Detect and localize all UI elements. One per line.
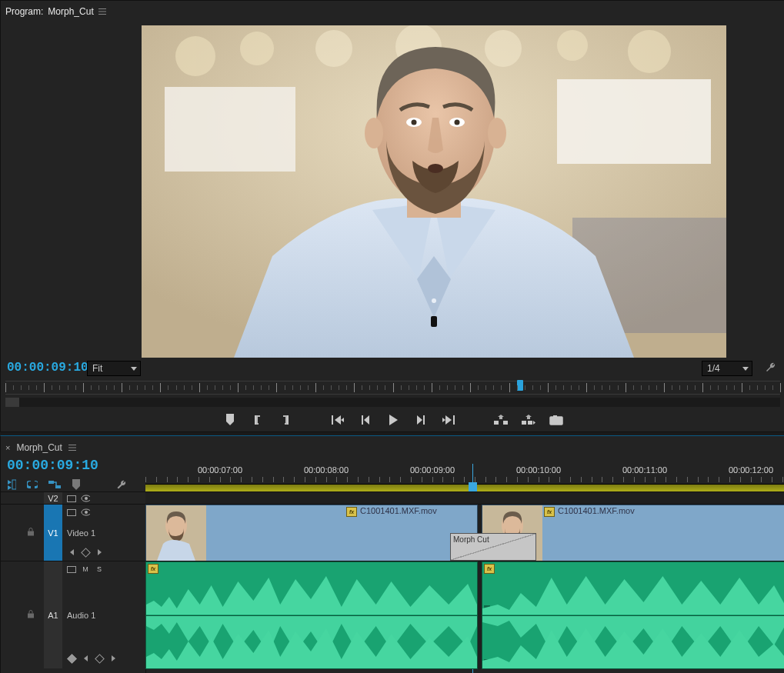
lane-v1[interactable]: fx C1001401.MXF.mov fx C1001401.MXF.mov …	[145, 504, 784, 561]
track-header-a1[interactable]: A1 Audio 1 M S	[1, 561, 145, 668]
lock-icon[interactable]	[27, 527, 35, 538]
linked-selection-icon[interactable]	[48, 479, 61, 490]
toggle-output-icon[interactable]	[81, 494, 90, 503]
ruler-label: 00:00:08:00	[304, 465, 349, 475]
step-back-button[interactable]	[359, 413, 372, 427]
sync-lock-icon[interactable]	[67, 565, 76, 574]
next-keyframe-icon[interactable]	[108, 654, 118, 663]
svg-rect-35	[12, 480, 16, 489]
video-clip[interactable]: fx C1001401.MXF.mov	[145, 505, 478, 561]
program-time-ruler[interactable]	[5, 381, 780, 395]
mark-out-button[interactable]	[279, 413, 292, 427]
track-tag-v2[interactable]: V2	[44, 492, 62, 504]
transition-morph-cut[interactable]: Morph Cut	[450, 533, 536, 561]
timeline-ruler[interactable]: 00:00:07:00 00:00:08:00 00:00:09:00 00:0…	[145, 465, 784, 482]
svg-rect-43	[28, 613, 34, 618]
clip-name: C1001401.MXF.mov	[360, 506, 437, 515]
lock-icon[interactable]	[27, 609, 35, 621]
zoom-level-select[interactable]: Fit	[87, 361, 141, 376]
chevron-down-icon	[742, 367, 749, 371]
program-timecode[interactable]: 00:00:09:10	[7, 361, 88, 375]
extract-button[interactable]	[522, 413, 535, 427]
add-keyframe-icon[interactable]	[95, 654, 104, 663]
prev-keyframe-icon[interactable]	[81, 654, 90, 663]
svg-rect-26	[423, 415, 425, 425]
next-keyframe-icon[interactable]	[95, 548, 104, 557]
playhead-handle[interactable]	[469, 482, 477, 491]
timeline-settings-icon[interactable]	[116, 479, 127, 490]
fx-badge-icon[interactable]: fx	[544, 507, 555, 517]
audio-clip[interactable]: fx L R	[145, 561, 478, 669]
transition-label: Morph Cut	[453, 535, 489, 544]
sync-lock-icon[interactable]	[67, 508, 76, 517]
svg-rect-27	[453, 415, 455, 425]
solo-button[interactable]: S	[95, 565, 104, 574]
program-scrollbar[interactable]	[5, 398, 780, 407]
toggle-output-icon[interactable]	[81, 508, 90, 517]
sync-lock-icon[interactable]	[67, 494, 76, 503]
go-to-out-button[interactable]	[442, 413, 455, 427]
markers-toggle-icon[interactable]	[72, 479, 81, 490]
clip-thumbnail	[146, 505, 206, 561]
timeline-timecode[interactable]: 00:00:09:10	[7, 458, 98, 473]
svg-rect-36	[48, 481, 54, 484]
lane-a1[interactable]: fx L R fx L R	[145, 561, 784, 669]
program-playhead[interactable]	[517, 380, 523, 391]
svg-point-5	[485, 30, 522, 67]
audio-clip[interactable]: fx L R	[482, 561, 784, 669]
go-to-in-button[interactable]	[331, 413, 345, 427]
timeline-tools	[5, 479, 81, 490]
waveform	[146, 562, 477, 668]
play-button[interactable]	[386, 413, 400, 427]
clip-name: C1001401.MXF.mov	[558, 506, 635, 515]
playback-resolution-select[interactable]: 1/4	[702, 361, 752, 376]
track-header-v1[interactable]: V1 Video 1	[1, 504, 145, 561]
prev-keyframe-icon[interactable]	[67, 548, 76, 557]
ruler-label: 00:00:09:00	[410, 465, 455, 475]
transport-controls	[1, 410, 784, 430]
panel-menu-icon[interactable]	[98, 8, 106, 15]
timeline-tab[interactable]: × Morph_Cut	[5, 441, 76, 455]
track-tag-v1[interactable]: V1	[44, 505, 62, 561]
fx-badge-icon[interactable]: fx	[346, 507, 357, 517]
keyframe-type-icon[interactable]	[67, 654, 76, 663]
playback-resolution-label: 1/4	[707, 363, 720, 374]
add-keyframe-icon[interactable]	[81, 548, 90, 557]
svg-rect-31	[528, 421, 532, 425]
program-monitor-tab[interactable]: Program: Morph_Cut	[5, 4, 106, 19]
track-tag-a1[interactable]: A1	[44, 561, 62, 668]
svg-point-42	[85, 511, 88, 514]
program-preview[interactable]	[142, 25, 726, 358]
mute-button[interactable]: M	[81, 565, 90, 574]
export-frame-button[interactable]	[549, 413, 563, 427]
lift-button[interactable]	[494, 413, 508, 427]
snap-toggle-icon[interactable]	[27, 479, 38, 490]
step-forward-button[interactable]	[414, 413, 428, 427]
close-tab-icon[interactable]: ×	[5, 443, 10, 452]
nest-toggle-icon[interactable]	[5, 479, 16, 490]
svg-rect-23	[287, 415, 289, 425]
svg-point-11	[432, 298, 436, 303]
program-tab-prefix: Program:	[5, 6, 43, 17]
track-name-a1: Audio 1	[67, 611, 95, 620]
mark-in-button[interactable]	[251, 413, 265, 427]
add-marker-button[interactable]	[223, 413, 237, 427]
svg-rect-9	[557, 79, 711, 164]
svg-point-19	[412, 120, 417, 125]
svg-rect-22	[255, 415, 256, 425]
svg-rect-29	[503, 421, 508, 425]
timeline-lanes[interactable]: fx C1001401.MXF.mov fx C1001401.MXF.mov …	[145, 491, 784, 673]
scrollbar-thumb[interactable]	[5, 398, 19, 407]
svg-point-17	[428, 164, 443, 173]
svg-point-15	[365, 118, 383, 148]
svg-point-16	[488, 118, 506, 148]
svg-point-2	[240, 32, 274, 65]
panel-menu-icon[interactable]	[68, 444, 76, 451]
settings-icon[interactable]	[765, 361, 777, 373]
track-header-v2[interactable]: V2	[1, 491, 145, 504]
svg-rect-30	[522, 421, 526, 425]
lane-v2[interactable]	[145, 491, 784, 505]
svg-point-1	[175, 36, 215, 76]
chevron-down-icon	[131, 367, 137, 371]
svg-point-39	[85, 497, 88, 500]
